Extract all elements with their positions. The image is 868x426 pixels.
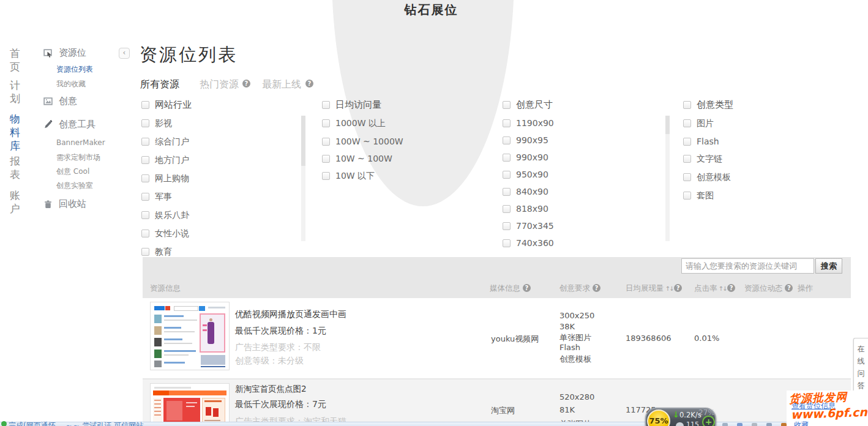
sidebar-item-demand-market[interactable]: 需求定制市场: [56, 152, 100, 163]
checkbox[interactable]: [683, 173, 691, 181]
search-input[interactable]: [681, 258, 814, 274]
help-icon[interactable]: ?: [593, 284, 600, 292]
filter-option[interactable]: 网上购物: [141, 173, 319, 184]
checkbox[interactable]: [322, 101, 330, 109]
checkbox[interactable]: [503, 171, 511, 179]
checkbox[interactable]: [503, 188, 511, 196]
toolbar-icon[interactable]: [737, 423, 743, 426]
help-icon[interactable]: ?: [242, 80, 250, 88]
filter-option[interactable]: Flash: [683, 136, 861, 146]
help-icon[interactable]: ?: [785, 284, 793, 292]
search-button[interactable]: 搜索: [815, 258, 842, 274]
filter-group-header[interactable]: 创意类型: [683, 99, 861, 111]
filter-option[interactable]: 女性小说: [141, 228, 319, 239]
help-icon[interactable]: ?: [674, 284, 682, 292]
checkbox[interactable]: [683, 138, 691, 146]
checkbox[interactable]: [141, 156, 149, 164]
primary-nav-account[interactable]: 账户: [10, 189, 23, 215]
sidebar-group-resource[interactable]: 资源位: [43, 47, 86, 59]
checkbox[interactable]: [503, 222, 511, 230]
resource-thumbnail[interactable]: [150, 302, 230, 370]
filter-option[interactable]: 图片: [683, 118, 861, 129]
filter-group-header[interactable]: 创意尺寸: [503, 99, 680, 111]
checkbox[interactable]: [141, 119, 149, 127]
toolbar-icon[interactable]: [752, 423, 757, 426]
help-icon[interactable]: ?: [523, 284, 531, 292]
tab-hot-resources[interactable]: 热门资源: [200, 78, 239, 91]
filter-option[interactable]: 创意模板: [683, 172, 861, 183]
filter-option[interactable]: 1190x90: [503, 118, 680, 128]
toolbar-icon[interactable]: [722, 423, 728, 426]
checkbox[interactable]: [322, 172, 330, 180]
filter-option[interactable]: 娱乐八卦: [141, 210, 319, 221]
filter-option[interactable]: 综合门户: [141, 136, 319, 148]
filter-option[interactable]: 地方门户: [141, 155, 319, 166]
sidebar-item-favorites[interactable]: 我的收藏: [56, 79, 86, 89]
sidebar-item-creative-cool[interactable]: 创意 Cool: [56, 166, 89, 177]
filter-group-header[interactable]: 网站行业: [141, 99, 319, 111]
sidebar-item-creative-lab[interactable]: 创意实验室: [56, 181, 93, 191]
add-download-button[interactable]: +: [702, 416, 715, 426]
tab-all-resources[interactable]: 所有资源: [140, 78, 179, 91]
sidebar-group-creative[interactable]: 创意: [43, 95, 77, 107]
scrollbar-thumb[interactable]: [301, 116, 305, 166]
sort-icon[interactable]: ↑↓: [719, 285, 727, 292]
online-help-tab[interactable]: 在线问答: [853, 338, 868, 394]
filter-option[interactable]: 990x95: [503, 135, 680, 145]
checkbox[interactable]: [503, 154, 511, 162]
sidebar-group-creative-tools[interactable]: 创意工具: [43, 119, 95, 130]
resource-title[interactable]: 优酷视频网播放页通发画中画: [235, 309, 346, 320]
sidebar-group-recycle-bin[interactable]: 回收站: [43, 198, 86, 210]
sort-icon[interactable]: ↑↓: [665, 285, 673, 292]
filter-option[interactable]: 套图: [683, 190, 861, 201]
checkbox[interactable]: [683, 192, 691, 200]
toolbar-icon[interactable]: [766, 423, 772, 426]
sidebar-item-resource-list[interactable]: 资源位列表: [56, 64, 93, 75]
checkbox[interactable]: [683, 155, 691, 163]
filter-option[interactable]: 教育: [141, 247, 319, 258]
help-icon[interactable]: ?: [727, 284, 735, 292]
primary-nav-material-library[interactable]: 物料库: [10, 112, 23, 152]
scrollbar[interactable]: [665, 116, 670, 241]
checkbox[interactable]: [322, 138, 330, 146]
primary-nav-report[interactable]: 报表: [10, 154, 23, 181]
checkbox[interactable]: [141, 101, 149, 109]
checkbox[interactable]: [141, 248, 149, 256]
tab-newly-launched[interactable]: 最新上线: [262, 78, 301, 91]
checkbox[interactable]: [322, 155, 330, 163]
filter-option[interactable]: 文字链: [683, 154, 861, 165]
filter-option[interactable]: 影视: [141, 118, 319, 129]
checkbox[interactable]: [141, 211, 149, 219]
filter-option[interactable]: 10W ~ 100W: [322, 154, 499, 163]
checkbox[interactable]: [503, 239, 511, 247]
filter-option[interactable]: 990x90: [503, 152, 680, 162]
filter-option[interactable]: 740x360: [503, 238, 680, 248]
filter-option[interactable]: 818x90: [503, 204, 680, 214]
filter-option[interactable]: 1000W 以上: [322, 118, 499, 129]
toolbar-icon[interactable]: [781, 423, 787, 426]
checkbox[interactable]: [503, 205, 511, 213]
resource-title[interactable]: 新淘宝首页焦点图2: [235, 384, 307, 395]
filter-option[interactable]: 100W ~ 1000W: [322, 136, 499, 146]
filter-option[interactable]: 840x90: [503, 187, 680, 196]
scrollbar-thumb[interactable]: [665, 116, 670, 134]
sidebar-item-bannermaker[interactable]: BannerMaker: [56, 138, 105, 147]
scrollbar[interactable]: [301, 116, 305, 241]
filter-group-header[interactable]: 日均访问量: [322, 99, 499, 111]
filter-option[interactable]: 770x345: [503, 221, 680, 231]
checkbox[interactable]: [683, 101, 691, 109]
checkbox[interactable]: [683, 119, 691, 127]
primary-nav-home[interactable]: 首页: [10, 47, 23, 73]
watermark-url[interactable]: www.6pf.cn: [791, 405, 867, 421]
checkbox[interactable]: [141, 138, 149, 146]
checkbox[interactable]: [141, 230, 149, 237]
primary-nav-plan[interactable]: 计划: [10, 78, 23, 105]
help-icon[interactable]: ?: [305, 80, 313, 88]
checkbox[interactable]: [141, 174, 149, 182]
checkbox[interactable]: [503, 101, 511, 109]
resource-thumbnail[interactable]: [150, 383, 230, 426]
sidebar-collapse-button[interactable]: ‹: [119, 48, 130, 59]
checkbox[interactable]: [503, 136, 511, 144]
filter-option[interactable]: 10W 以下: [322, 171, 499, 182]
checkbox[interactable]: [503, 119, 511, 127]
